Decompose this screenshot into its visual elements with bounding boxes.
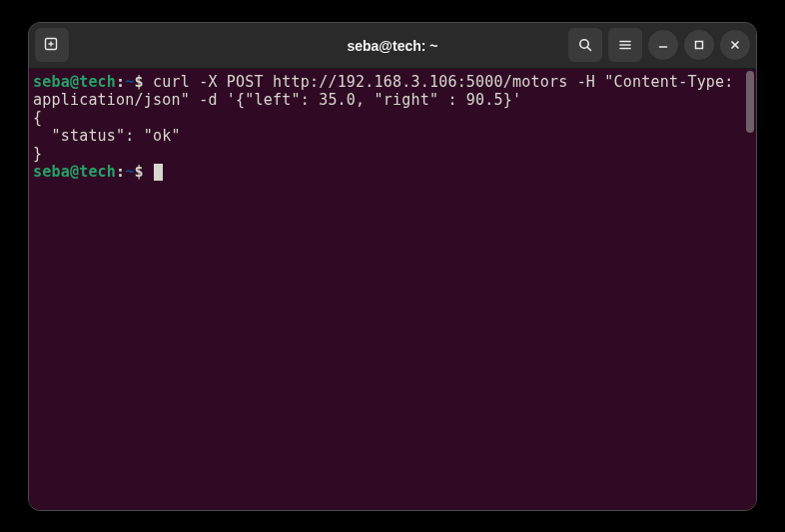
output-line-1: { bbox=[33, 109, 42, 127]
search-button[interactable] bbox=[568, 28, 602, 62]
minimize-icon bbox=[656, 38, 670, 52]
close-button[interactable] bbox=[720, 30, 750, 60]
svg-rect-9 bbox=[696, 42, 703, 49]
new-tab-button[interactable] bbox=[35, 28, 69, 62]
close-icon bbox=[728, 38, 742, 52]
prompt-separator: : bbox=[116, 163, 125, 181]
cursor bbox=[154, 164, 163, 181]
prompt-dollar: $ bbox=[135, 163, 144, 181]
prompt-path: ~ bbox=[125, 163, 134, 181]
menu-button[interactable] bbox=[608, 28, 642, 62]
terminal-content: seba@tech:~$ curl -X POST http://192.168… bbox=[33, 73, 753, 181]
search-icon bbox=[577, 37, 593, 53]
scrollbar-thumb[interactable] bbox=[746, 71, 754, 133]
hamburger-icon bbox=[617, 37, 633, 53]
prompt-path: ~ bbox=[125, 73, 134, 91]
svg-line-4 bbox=[587, 47, 590, 50]
prompt-user: seba@tech bbox=[33, 163, 116, 181]
maximize-icon bbox=[692, 38, 706, 52]
window-title: seba@tech: ~ bbox=[347, 38, 437, 54]
output-line-3: } bbox=[33, 145, 42, 163]
terminal-area[interactable]: seba@tech:~$ curl -X POST http://192.168… bbox=[29, 69, 756, 510]
new-tab-icon bbox=[44, 37, 60, 53]
command-2 bbox=[144, 163, 153, 181]
maximize-button[interactable] bbox=[684, 30, 714, 60]
minimize-button[interactable] bbox=[648, 30, 678, 60]
prompt-user: seba@tech bbox=[33, 73, 116, 91]
terminal-window: seba@tech: ~ bbox=[28, 22, 757, 511]
output-line-2: "status": "ok" bbox=[33, 127, 181, 145]
prompt-separator: : bbox=[116, 73, 125, 91]
prompt-dollar: $ bbox=[135, 73, 144, 91]
titlebar: seba@tech: ~ bbox=[29, 23, 756, 69]
